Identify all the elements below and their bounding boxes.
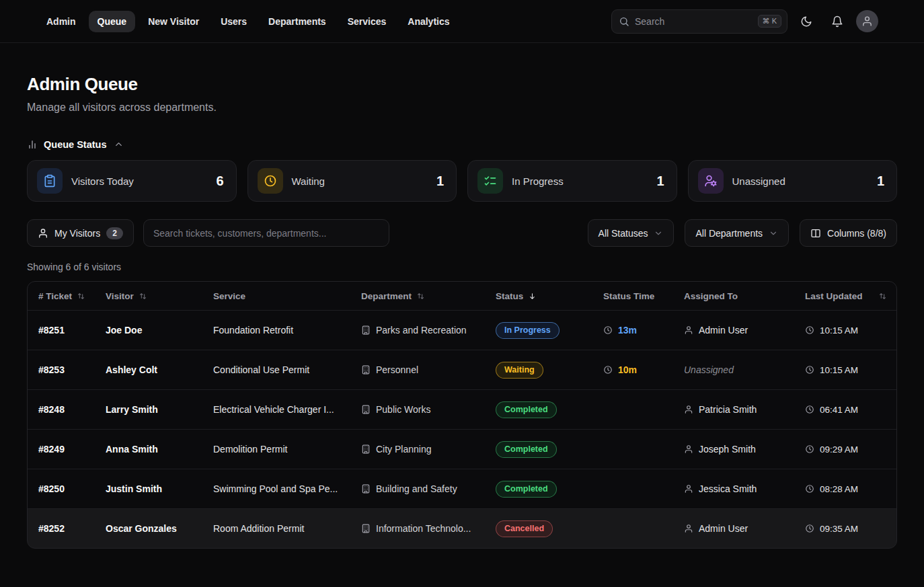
table-row[interactable]: #8251 Joe Doe Foundation Retrofit Parks … — [28, 310, 896, 350]
header-department[interactable]: Department — [350, 291, 485, 301]
clock-icon — [805, 444, 814, 454]
bar-chart-icon — [27, 139, 38, 150]
page-subtitle: Manage all visitors across departments. — [27, 102, 897, 114]
user-icon — [684, 405, 693, 414]
ticket-cell: #8253 — [28, 364, 95, 375]
my-visitors-label: My Visitors — [54, 228, 100, 239]
global-search-input[interactable] — [635, 16, 753, 27]
theme-toggle-button[interactable] — [794, 9, 818, 34]
bell-icon — [831, 15, 843, 28]
status-badge: In Progress — [496, 322, 560, 339]
assigned-label: Admin User — [699, 523, 748, 534]
clipboard-icon — [37, 168, 63, 194]
last-updated-cell: 08:28 AM — [794, 484, 896, 494]
building-icon — [361, 444, 371, 454]
status-cell: Waiting — [485, 362, 592, 379]
stat-cards: Visitors Today 6 Waiting 1 In Progress 1… — [27, 160, 897, 202]
department-label: Personnel — [376, 364, 418, 375]
ticket-cell: #8248 — [28, 404, 95, 415]
assigned-label: Joseph Smith — [699, 444, 756, 455]
assigned-cell: Unassigned — [673, 364, 794, 375]
assigned-label: Admin User — [699, 325, 748, 336]
ticket-cell: #8249 — [28, 444, 95, 455]
service-cell: Swimming Pool and Spa Pe... — [202, 469, 350, 509]
status-time-cell: 10m — [592, 364, 673, 375]
status-badge: Waiting — [496, 362, 543, 379]
building-icon — [361, 365, 371, 375]
department-filter-select[interactable]: All Departments — [685, 219, 789, 247]
filter-row: My Visitors 2 All Statuses All Departmen… — [27, 219, 897, 247]
stat-label: Unassigned — [732, 175, 785, 187]
visitor-cell: Anna Smith — [95, 444, 202, 455]
header-assigned-to: Assigned To — [673, 291, 794, 301]
table-row[interactable]: #8248 Larry Smith Electrical Vehicle Cha… — [28, 389, 896, 429]
department-label: Parks and Recreation — [376, 325, 467, 336]
table-row[interactable]: #8249 Anna Smith Demolition Permit City … — [28, 429, 896, 469]
nav-item-new-visitor[interactable]: New Visitor — [139, 11, 208, 32]
ticket-cell: #8251 — [28, 325, 95, 336]
queue-status-collapse-button[interactable] — [112, 138, 125, 151]
table-row[interactable]: #8253 Ashley Colt Conditional Use Permit… — [28, 350, 896, 389]
department-cell: Building and Safety — [350, 483, 485, 494]
stat-card-in-progress: In Progress 1 — [467, 160, 677, 202]
nav-item-admin[interactable]: Admin — [38, 11, 85, 32]
table-row[interactable]: #8250 Justin Smith Swimming Pool and Spa… — [28, 469, 896, 508]
status-filter-select[interactable]: All Statuses — [588, 219, 675, 247]
last-updated-label: 06:41 AM — [820, 405, 858, 415]
clock-icon — [805, 405, 814, 414]
assigned-label: Jessica Smith — [699, 483, 757, 494]
visitor-cell: Joe Doe — [95, 325, 202, 336]
department-cell: City Planning — [350, 444, 485, 455]
nav-item-users[interactable]: Users — [212, 11, 256, 32]
queue-status-title: Queue Status — [44, 139, 106, 150]
nav-item-analytics[interactable]: Analytics — [399, 11, 458, 32]
nav-right: ⌘ K — [611, 9, 878, 34]
department-label: Public Works — [376, 404, 430, 415]
chevron-up-icon — [114, 139, 124, 149]
stat-value: 6 — [216, 173, 223, 189]
user-icon — [684, 524, 693, 533]
header-visitor[interactable]: Visitor — [95, 291, 202, 301]
checklist-icon — [477, 168, 503, 194]
table-row[interactable]: #8252 Oscar Gonzales Room Addition Permi… — [28, 508, 896, 548]
visitor-cell: Larry Smith — [95, 404, 202, 415]
nav-item-services[interactable]: Services — [339, 11, 395, 32]
status-badge: Completed — [496, 481, 557, 498]
last-updated-cell: 09:35 AM — [794, 524, 896, 534]
user-menu-button[interactable] — [856, 10, 878, 32]
nav-item-queue[interactable]: Queue — [89, 11, 136, 32]
columns-label: Columns (8/8) — [827, 228, 886, 239]
ticket-cell: #8250 — [28, 483, 95, 494]
last-updated-label: 10:15 AM — [820, 365, 858, 375]
stat-card-waiting: Waiting 1 — [247, 160, 457, 202]
clock-icon — [258, 168, 283, 194]
stat-value: 1 — [877, 173, 884, 189]
last-updated-cell: 10:15 AM — [794, 325, 896, 336]
department-label: Information Technolo... — [376, 523, 471, 534]
status-cell: Completed — [485, 401, 592, 418]
my-visitors-button[interactable]: My Visitors 2 — [27, 219, 134, 247]
visitor-cell: Justin Smith — [95, 483, 202, 494]
service-cell: Demolition Permit — [202, 430, 350, 469]
status-cell: In Progress — [485, 322, 592, 339]
notifications-button[interactable] — [825, 9, 849, 34]
header-ticket[interactable]: # Ticket — [28, 291, 95, 301]
nav-item-departments[interactable]: Departments — [260, 11, 335, 32]
global-search[interactable]: ⌘ K — [611, 9, 787, 34]
page-title: Admin Queue — [27, 74, 897, 95]
assigned-cell: Admin User — [673, 523, 794, 534]
assigned-cell: Joseph Smith — [673, 444, 794, 455]
header-last-updated[interactable]: Last Updated — [794, 291, 896, 301]
stat-value: 1 — [436, 173, 444, 189]
columns-icon — [810, 228, 821, 239]
stat-label: Waiting — [292, 175, 325, 187]
department-cell: Public Works — [350, 404, 485, 415]
last-updated-cell: 06:41 AM — [794, 405, 896, 415]
table-search-input[interactable] — [143, 219, 389, 247]
results-summary: Showing 6 of 6 visitors — [27, 262, 897, 272]
search-icon — [619, 16, 629, 27]
building-icon — [361, 484, 371, 494]
clock-icon — [805, 524, 814, 533]
header-status[interactable]: Status — [485, 291, 592, 301]
columns-button[interactable]: Columns (8/8) — [800, 219, 897, 247]
